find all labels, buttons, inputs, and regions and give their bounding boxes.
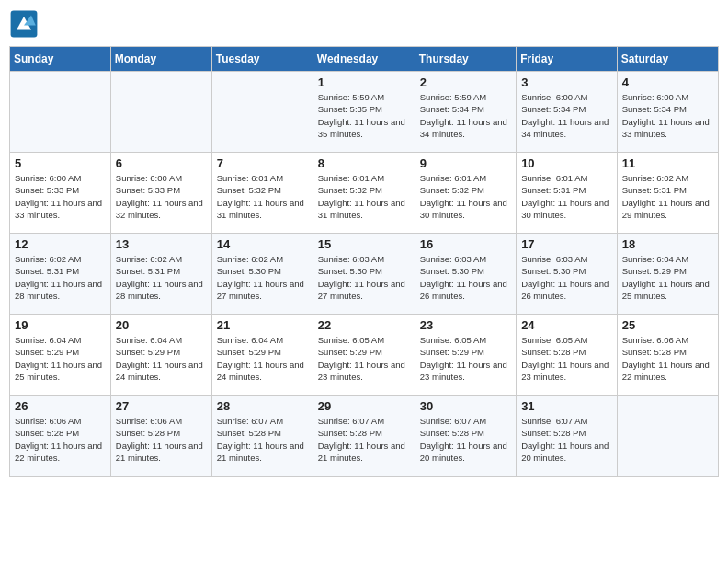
day-info: Sunrise: 6:02 AM Sunset: 5:31 PM Dayligh… xyxy=(15,253,106,302)
day-number: 31 xyxy=(521,399,612,413)
day-number: 5 xyxy=(15,156,106,170)
calendar-cell: 3Sunrise: 6:00 AM Sunset: 5:34 PM Daylig… xyxy=(517,72,618,153)
calendar-cell: 7Sunrise: 6:01 AM Sunset: 5:32 PM Daylig… xyxy=(211,153,313,234)
calendar-cell: 28Sunrise: 6:07 AM Sunset: 5:28 PM Dayli… xyxy=(211,396,313,477)
calendar-cell xyxy=(617,396,718,477)
calendar-cell: 27Sunrise: 6:06 AM Sunset: 5:28 PM Dayli… xyxy=(110,396,211,477)
calendar-cell: 26Sunrise: 6:06 AM Sunset: 5:28 PM Dayli… xyxy=(10,396,111,477)
day-number: 26 xyxy=(15,399,106,413)
day-info: Sunrise: 6:01 AM Sunset: 5:32 PM Dayligh… xyxy=(217,172,308,221)
day-number: 10 xyxy=(521,156,612,170)
calendar-cell: 4Sunrise: 6:00 AM Sunset: 5:34 PM Daylig… xyxy=(617,72,718,153)
calendar-week-row: 26Sunrise: 6:06 AM Sunset: 5:28 PM Dayli… xyxy=(10,396,719,477)
day-info: Sunrise: 6:03 AM Sunset: 5:30 PM Dayligh… xyxy=(420,253,511,302)
calendar-cell: 6Sunrise: 6:00 AM Sunset: 5:33 PM Daylig… xyxy=(110,153,211,234)
calendar-table: SundayMondayTuesdayWednesdayThursdayFrid… xyxy=(9,46,719,477)
day-number: 8 xyxy=(318,156,410,170)
day-number: 19 xyxy=(15,318,106,332)
day-info: Sunrise: 6:01 AM Sunset: 5:32 PM Dayligh… xyxy=(420,172,511,221)
day-number: 18 xyxy=(622,237,713,251)
calendar-cell: 23Sunrise: 6:05 AM Sunset: 5:29 PM Dayli… xyxy=(415,315,516,396)
day-info: Sunrise: 6:00 AM Sunset: 5:34 PM Dayligh… xyxy=(521,91,612,140)
day-number: 2 xyxy=(420,75,511,89)
day-info: Sunrise: 6:05 AM Sunset: 5:28 PM Dayligh… xyxy=(521,334,612,383)
calendar-cell: 20Sunrise: 6:04 AM Sunset: 5:29 PM Dayli… xyxy=(110,315,211,396)
page-header xyxy=(9,9,719,39)
day-number: 27 xyxy=(116,399,207,413)
day-number: 17 xyxy=(521,237,612,251)
calendar-cell xyxy=(211,72,313,153)
day-info: Sunrise: 5:59 AM Sunset: 5:35 PM Dayligh… xyxy=(318,91,410,140)
day-number: 9 xyxy=(420,156,511,170)
calendar-cell: 13Sunrise: 6:02 AM Sunset: 5:31 PM Dayli… xyxy=(110,234,211,315)
day-info: Sunrise: 6:07 AM Sunset: 5:28 PM Dayligh… xyxy=(318,415,410,464)
calendar-cell xyxy=(110,72,211,153)
day-info: Sunrise: 6:00 AM Sunset: 5:33 PM Dayligh… xyxy=(15,172,106,221)
day-info: Sunrise: 6:07 AM Sunset: 5:28 PM Dayligh… xyxy=(217,415,308,464)
calendar-cell: 25Sunrise: 6:06 AM Sunset: 5:28 PM Dayli… xyxy=(617,315,718,396)
calendar-week-row: 12Sunrise: 6:02 AM Sunset: 5:31 PM Dayli… xyxy=(10,234,719,315)
day-number: 25 xyxy=(622,318,713,332)
day-number: 23 xyxy=(420,318,511,332)
logo xyxy=(9,9,42,39)
day-info: Sunrise: 6:01 AM Sunset: 5:32 PM Dayligh… xyxy=(318,172,410,221)
calendar-cell: 2Sunrise: 5:59 AM Sunset: 5:34 PM Daylig… xyxy=(415,72,516,153)
calendar-cell: 16Sunrise: 6:03 AM Sunset: 5:30 PM Dayli… xyxy=(415,234,516,315)
day-info: Sunrise: 6:03 AM Sunset: 5:30 PM Dayligh… xyxy=(318,253,410,302)
day-info: Sunrise: 6:04 AM Sunset: 5:29 PM Dayligh… xyxy=(116,334,207,383)
day-info: Sunrise: 6:06 AM Sunset: 5:28 PM Dayligh… xyxy=(116,415,207,464)
day-number: 13 xyxy=(116,237,207,251)
day-number: 15 xyxy=(318,237,410,251)
calendar-week-row: 5Sunrise: 6:00 AM Sunset: 5:33 PM Daylig… xyxy=(10,153,719,234)
day-info: Sunrise: 6:06 AM Sunset: 5:28 PM Dayligh… xyxy=(622,334,713,383)
day-info: Sunrise: 5:59 AM Sunset: 5:34 PM Dayligh… xyxy=(420,91,511,140)
day-header-saturday: Saturday xyxy=(617,47,718,72)
calendar-cell: 21Sunrise: 6:04 AM Sunset: 5:29 PM Dayli… xyxy=(211,315,313,396)
day-info: Sunrise: 6:06 AM Sunset: 5:28 PM Dayligh… xyxy=(15,415,106,464)
calendar-week-row: 1Sunrise: 5:59 AM Sunset: 5:35 PM Daylig… xyxy=(10,72,719,153)
calendar-week-row: 19Sunrise: 6:04 AM Sunset: 5:29 PM Dayli… xyxy=(10,315,719,396)
calendar-cell xyxy=(10,72,111,153)
calendar-header-row: SundayMondayTuesdayWednesdayThursdayFrid… xyxy=(10,47,719,72)
day-info: Sunrise: 6:07 AM Sunset: 5:28 PM Dayligh… xyxy=(521,415,612,464)
day-number: 30 xyxy=(420,399,511,413)
day-info: Sunrise: 6:01 AM Sunset: 5:31 PM Dayligh… xyxy=(521,172,612,221)
day-number: 7 xyxy=(217,156,308,170)
day-number: 11 xyxy=(622,156,713,170)
day-header-tuesday: Tuesday xyxy=(211,47,313,72)
day-info: Sunrise: 6:03 AM Sunset: 5:30 PM Dayligh… xyxy=(521,253,612,302)
calendar-cell: 10Sunrise: 6:01 AM Sunset: 5:31 PM Dayli… xyxy=(517,153,618,234)
day-info: Sunrise: 6:00 AM Sunset: 5:34 PM Dayligh… xyxy=(622,91,713,140)
calendar-cell: 9Sunrise: 6:01 AM Sunset: 5:32 PM Daylig… xyxy=(415,153,516,234)
day-number: 22 xyxy=(318,318,410,332)
day-header-thursday: Thursday xyxy=(415,47,516,72)
calendar-cell: 30Sunrise: 6:07 AM Sunset: 5:28 PM Dayli… xyxy=(415,396,516,477)
day-info: Sunrise: 6:04 AM Sunset: 5:29 PM Dayligh… xyxy=(15,334,106,383)
day-number: 4 xyxy=(622,75,713,89)
day-number: 21 xyxy=(217,318,308,332)
calendar-cell: 15Sunrise: 6:03 AM Sunset: 5:30 PM Dayli… xyxy=(313,234,415,315)
calendar-cell: 22Sunrise: 6:05 AM Sunset: 5:29 PM Dayli… xyxy=(313,315,415,396)
day-info: Sunrise: 6:04 AM Sunset: 5:29 PM Dayligh… xyxy=(622,253,713,302)
day-info: Sunrise: 6:02 AM Sunset: 5:31 PM Dayligh… xyxy=(622,172,713,221)
day-info: Sunrise: 6:07 AM Sunset: 5:28 PM Dayligh… xyxy=(420,415,511,464)
calendar-cell: 31Sunrise: 6:07 AM Sunset: 5:28 PM Dayli… xyxy=(517,396,618,477)
day-info: Sunrise: 6:02 AM Sunset: 5:30 PM Dayligh… xyxy=(217,253,308,302)
calendar-cell: 29Sunrise: 6:07 AM Sunset: 5:28 PM Dayli… xyxy=(313,396,415,477)
day-info: Sunrise: 6:00 AM Sunset: 5:33 PM Dayligh… xyxy=(116,172,207,221)
day-number: 20 xyxy=(116,318,207,332)
day-number: 3 xyxy=(521,75,612,89)
day-header-friday: Friday xyxy=(517,47,618,72)
day-number: 24 xyxy=(521,318,612,332)
calendar-cell: 11Sunrise: 6:02 AM Sunset: 5:31 PM Dayli… xyxy=(617,153,718,234)
day-header-sunday: Sunday xyxy=(10,47,111,72)
calendar-cell: 8Sunrise: 6:01 AM Sunset: 5:32 PM Daylig… xyxy=(313,153,415,234)
calendar-cell: 18Sunrise: 6:04 AM Sunset: 5:29 PM Dayli… xyxy=(617,234,718,315)
day-header-monday: Monday xyxy=(110,47,211,72)
day-number: 29 xyxy=(318,399,410,413)
calendar-cell: 1Sunrise: 5:59 AM Sunset: 5:35 PM Daylig… xyxy=(313,72,415,153)
logo-icon xyxy=(9,9,39,39)
day-info: Sunrise: 6:05 AM Sunset: 5:29 PM Dayligh… xyxy=(318,334,410,383)
day-number: 1 xyxy=(318,75,410,89)
calendar-cell: 17Sunrise: 6:03 AM Sunset: 5:30 PM Dayli… xyxy=(517,234,618,315)
